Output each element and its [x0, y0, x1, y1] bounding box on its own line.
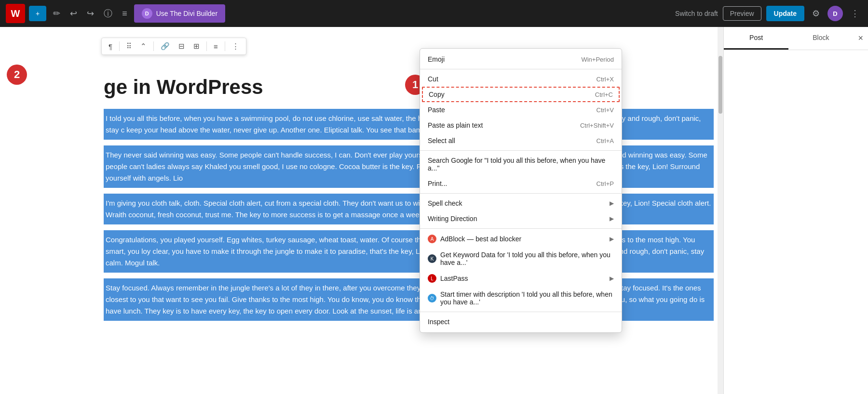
inspect-label: Inspect	[428, 318, 449, 326]
spell-check-label: Spell check	[428, 199, 462, 207]
menu-item-search-google[interactable]: Search Google for "I told you all this b…	[420, 153, 622, 176]
print-label: Print...	[428, 180, 447, 187]
link-icon: 🔗	[161, 42, 170, 50]
timer-left: ⏱ Start timer with description 'I told y…	[428, 290, 614, 306]
lastpass-arrow: ▶	[610, 275, 614, 282]
info-button[interactable]: ⓘ	[101, 5, 115, 22]
search-google-label: Search Google for "I told you all this b…	[428, 157, 614, 172]
content-area: I told you all this before, when you hav…	[104, 109, 714, 321]
paragraph-block-2[interactable]: They never said winning was easy. Some p…	[104, 145, 714, 188]
spell-check-arrow: ▶	[610, 200, 614, 207]
menu-item-timer[interactable]: ⏱ Start timer with description 'I told y…	[420, 287, 622, 310]
update-button[interactable]: Update	[766, 6, 804, 21]
paragraph-block-3[interactable]: I'm giving you cloth talk, cloth. Specia…	[104, 194, 714, 224]
merge-icon: ⊞	[193, 42, 200, 50]
preview-button[interactable]: Preview	[723, 6, 761, 21]
edit-button[interactable]: ✏	[50, 5, 63, 22]
menu-item-copy[interactable]: Copy Ctrl+C	[422, 87, 620, 102]
undo-button[interactable]: ↩	[67, 5, 80, 22]
gear-icon: ⚙	[812, 9, 820, 18]
list-view-button[interactable]: ≡	[119, 6, 130, 22]
sidebar-content	[724, 50, 868, 394]
menu-item-select-all[interactable]: Select all Ctrl+A	[420, 133, 622, 148]
divi-builder-button[interactable]: D Use The Divi Builder	[134, 4, 225, 23]
sidebar: Post Block ×	[723, 27, 868, 394]
drag-handle-button[interactable]: ⠿	[123, 40, 135, 53]
vertical-dots-icon: ⋮	[232, 42, 239, 50]
info-icon: ⓘ	[104, 8, 112, 19]
menu-divider-2	[420, 150, 622, 151]
menu-item-adblock[interactable]: A AdBlock — best ad blocker ▶	[420, 231, 622, 247]
paste-label: Paste	[428, 106, 445, 114]
cut-label: Cut	[428, 75, 438, 83]
menu-divider-4	[420, 228, 622, 229]
menu-item-inspect[interactable]: Inspect	[420, 314, 622, 329]
undo-icon: ↩	[70, 8, 77, 19]
scrollbar-thumb[interactable]	[719, 56, 722, 114]
keyword-left: K Get Keyword Data for 'I told you all t…	[428, 251, 614, 266]
menu-item-print[interactable]: Print... Ctrl+P	[420, 176, 622, 191]
timer-label: Start timer with description 'I told you…	[440, 290, 614, 306]
toolbar-separator-4	[225, 41, 225, 51]
paragraph-block-4[interactable]: Congratulations, you played yourself. Eg…	[104, 230, 714, 273]
plus-icon: +	[36, 10, 40, 17]
menu-item-cut[interactable]: Cut Ctrl+X	[420, 71, 622, 87]
badge-2: 2	[7, 65, 27, 85]
menu-item-spell-check[interactable]: Spell check ▶	[420, 196, 622, 211]
sidebar-header: Post Block ×	[724, 27, 868, 50]
more-options-button[interactable]: ⋮	[848, 5, 862, 22]
link-button[interactable]: 🔗	[158, 40, 173, 53]
toolbar-separator	[119, 41, 120, 51]
merge-button[interactable]: ⊞	[190, 40, 203, 53]
add-block-button[interactable]: +	[29, 6, 46, 21]
ellipsis-icon: ⋮	[851, 9, 859, 18]
arrows-icon: ⌃	[140, 42, 147, 50]
menu-divider-1	[420, 69, 622, 69]
toolbar-separator-3	[206, 41, 207, 51]
paragraph-block-5[interactable]: Stay focused. Always remember in the jun…	[104, 278, 714, 321]
move-button[interactable]: ⌃	[137, 40, 149, 53]
split-icon: ⊟	[178, 42, 185, 50]
adblock-arrow: ▶	[610, 236, 614, 242]
tab-post[interactable]: Post	[724, 27, 788, 50]
divi-label: Use The Divi Builder	[156, 10, 217, 17]
keyword-label: Get Keyword Data for 'I told you all thi…	[440, 251, 614, 266]
divi-user-icon: D	[827, 6, 843, 21]
menu-item-paste[interactable]: Paste Ctrl+V	[420, 102, 622, 118]
list-icon: ≡	[122, 9, 127, 19]
adblock-label: AdBlock — best ad blocker	[440, 235, 521, 243]
editor-scrollbar[interactable]	[718, 27, 723, 394]
timer-icon: ⏱	[428, 294, 436, 302]
more-block-options-button[interactable]: ⋮	[229, 40, 242, 53]
menu-divider-5	[420, 312, 622, 312]
menu-item-writing-direction[interactable]: Writing Direction ▶	[420, 211, 622, 226]
menu-item-keyword-data[interactable]: K Get Keyword Data for 'I told you all t…	[420, 247, 622, 270]
paste-plain-shortcut: Ctrl+Shift+V	[580, 122, 614, 129]
switch-to-draft-button[interactable]: Switch to draft	[675, 10, 718, 17]
keyword-icon: K	[428, 254, 436, 263]
select-all-label: Select all	[428, 137, 455, 144]
emoji-shortcut: Win+Period	[581, 56, 614, 63]
menu-item-lastpass[interactable]: L LastPass ▶	[420, 270, 622, 287]
redo-button[interactable]: ↪	[84, 5, 97, 22]
settings-button[interactable]: ⚙	[809, 5, 823, 22]
redo-icon: ↪	[87, 8, 94, 19]
divi-icon: D	[142, 8, 152, 19]
sidebar-close-button[interactable]: ×	[854, 28, 868, 48]
adblock-icon: A	[428, 235, 436, 243]
menu-item-paste-plain[interactable]: Paste as plain text Ctrl+Shift+V	[420, 118, 622, 133]
print-shortcut: Ctrl+P	[597, 180, 614, 187]
tab-block[interactable]: Block	[788, 27, 853, 50]
writing-direction-label: Writing Direction	[428, 215, 477, 223]
lastpass-label: LastPass	[440, 275, 468, 282]
paragraph-block-1[interactable]: I told you all this before, when you hav…	[104, 109, 714, 140]
menu-item-emoji[interactable]: Emoji Win+Period	[420, 52, 622, 67]
align-button[interactable]: ≡	[211, 40, 221, 53]
align-icon: ≡	[214, 42, 218, 51]
pencil-icon: ✏	[53, 8, 60, 19]
split-button[interactable]: ⊟	[176, 40, 188, 53]
copy-label: Copy	[429, 91, 445, 98]
paste-shortcut: Ctrl+V	[597, 106, 614, 114]
paragraph-type-button[interactable]: ¶	[106, 40, 115, 53]
paste-plain-label: Paste as plain text	[428, 121, 483, 129]
